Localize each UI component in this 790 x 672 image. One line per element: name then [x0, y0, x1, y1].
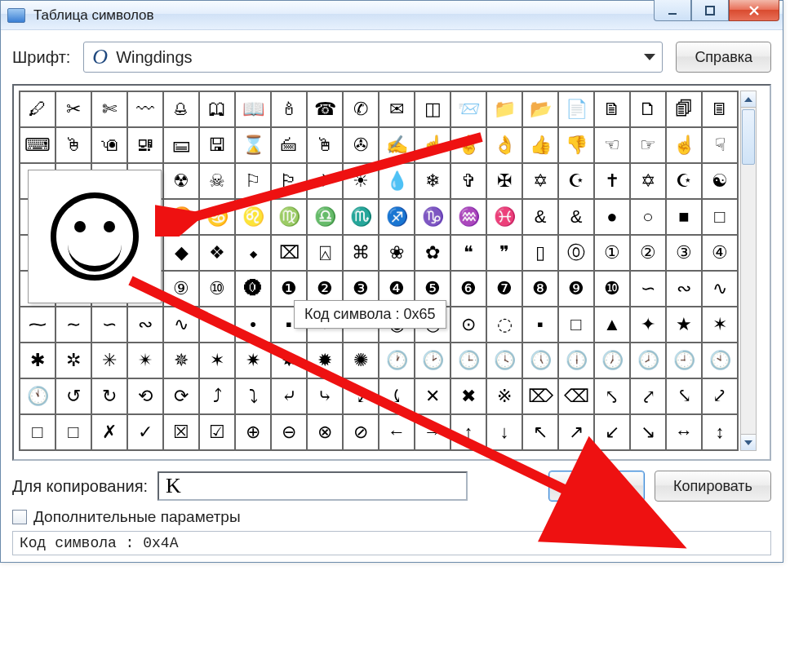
char-cell[interactable]: ✗: [91, 414, 127, 450]
char-cell[interactable]: ⤸: [343, 378, 379, 414]
char-cell[interactable]: ❻: [450, 271, 486, 307]
char-cell[interactable]: ⑨: [163, 271, 199, 307]
char-cell[interactable]: ✷: [235, 343, 271, 378]
char-cell[interactable]: 🖊: [20, 91, 55, 127]
char-cell[interactable]: 🕖: [594, 343, 630, 378]
char-cell[interactable]: ☎: [307, 91, 343, 127]
char-cell[interactable]: ⤵: [235, 378, 271, 414]
char-cell[interactable]: ✍: [379, 127, 415, 163]
char-cell[interactable]: ⤴: [199, 378, 235, 414]
help-button[interactable]: Справка: [676, 42, 771, 73]
select-button[interactable]: Выбрать: [548, 471, 646, 502]
char-cell[interactable]: ↻: [91, 378, 127, 414]
char-cell[interactable]: ♋: [199, 199, 235, 235]
char-cell[interactable]: ✂: [55, 91, 91, 127]
char-cell[interactable]: ⌦: [522, 378, 558, 414]
char-cell[interactable]: ◆: [163, 235, 199, 271]
char-cell[interactable]: ✸: [271, 343, 307, 378]
char-cell[interactable]: ❾: [558, 271, 594, 307]
char-cell[interactable]: 🕮: [199, 91, 235, 127]
char-cell[interactable]: 🕒: [450, 343, 486, 378]
char-cell[interactable]: ⤹: [379, 378, 415, 414]
char-cell[interactable]: □: [55, 414, 91, 450]
scroll-up-button[interactable]: [741, 91, 756, 108]
char-cell[interactable]: 🖲: [91, 127, 127, 163]
close-button[interactable]: [729, 0, 779, 21]
font-dropdown[interactable]: O Wingdings: [83, 42, 663, 73]
char-cell[interactable]: &: [558, 199, 594, 235]
char-cell[interactable]: ✿: [415, 235, 450, 271]
char-cell[interactable]: 🗋: [630, 91, 666, 127]
char-cell[interactable]: ⚐: [235, 163, 271, 199]
char-cell[interactable]: ②: [630, 235, 666, 271]
char-cell[interactable]: 🕚: [20, 378, 55, 414]
char-cell[interactable]: ❄: [415, 163, 450, 199]
char-cell[interactable]: ⌧: [271, 235, 307, 271]
char-cell[interactable]: ⤶: [271, 378, 307, 414]
char-cell[interactable]: ☪: [666, 163, 702, 199]
char-cell[interactable]: ▯: [522, 235, 558, 271]
char-cell[interactable]: ☟: [702, 127, 738, 163]
char-cell[interactable]: ⌫: [558, 378, 594, 414]
char-cell[interactable]: ↘: [630, 414, 666, 450]
char-cell[interactable]: ♑: [415, 199, 450, 235]
char-cell[interactable]: 👍: [522, 127, 558, 163]
copy-input[interactable]: K: [158, 471, 468, 501]
char-cell[interactable]: ∾: [666, 271, 702, 307]
char-cell[interactable]: ●: [594, 199, 630, 235]
char-cell[interactable]: →: [415, 414, 450, 450]
advanced-checkbox[interactable]: [12, 510, 27, 524]
char-cell[interactable]: ☯: [702, 163, 738, 199]
char-cell[interactable]: ✉: [379, 91, 415, 127]
char-cell[interactable]: 🕭: [163, 91, 199, 127]
char-cell[interactable]: ⤦: [702, 378, 738, 414]
char-cell[interactable]: ✹: [307, 343, 343, 378]
char-cell[interactable]: ←: [379, 414, 415, 450]
char-cell[interactable]: ✡: [522, 163, 558, 199]
char-cell[interactable]: ↕: [702, 414, 738, 450]
char-cell[interactable]: ✇: [343, 127, 379, 163]
char-cell[interactable]: ↑: [450, 414, 486, 450]
char-cell[interactable]: ✖: [450, 378, 486, 414]
char-cell[interactable]: ☒: [163, 414, 199, 450]
char-cell[interactable]: ♌: [235, 199, 271, 235]
char-cell[interactable]: 📂: [522, 91, 558, 127]
char-cell[interactable]: 🕙: [702, 343, 738, 378]
char-cell[interactable]: •: [235, 307, 271, 343]
char-cell[interactable]: 🕐: [379, 343, 415, 378]
char-cell[interactable]: 🕔: [522, 343, 558, 378]
char-cell[interactable]: ⊖: [271, 414, 307, 450]
char-cell[interactable]: 🕓: [486, 343, 522, 378]
char-cell[interactable]: ③: [666, 235, 702, 271]
char-cell[interactable]: ⤣: [594, 378, 630, 414]
grid-scrollbar[interactable]: [740, 91, 757, 451]
char-cell[interactable]: 🖮: [271, 127, 307, 163]
char-cell[interactable]: ▲: [594, 307, 630, 343]
char-cell[interactable]: ⟲: [127, 378, 163, 414]
char-cell[interactable]: 👌: [486, 127, 522, 163]
char-cell[interactable]: ◫: [415, 91, 450, 127]
char-cell[interactable]: ❿: [594, 271, 630, 307]
char-cell[interactable]: ↗: [558, 414, 594, 450]
char-cell[interactable]: ❀: [379, 235, 415, 271]
char-cell[interactable]: □: [702, 199, 738, 235]
char-cell[interactable]: ⓿: [235, 271, 271, 307]
scroll-down-button[interactable]: [741, 434, 756, 450]
char-cell[interactable]: 🕑: [415, 343, 450, 378]
char-cell[interactable]: ☪: [558, 163, 594, 199]
char-cell[interactable]: ✆: [343, 91, 379, 127]
char-cell[interactable]: 📁: [486, 91, 522, 127]
char-cell[interactable]: ✵: [163, 343, 199, 378]
char-cell[interactable]: &: [522, 199, 558, 235]
char-cell[interactable]: ⊘: [343, 414, 379, 450]
char-cell[interactable]: ☝: [666, 127, 702, 163]
char-cell[interactable]: ✡: [630, 163, 666, 199]
char-cell[interactable]: ○: [630, 199, 666, 235]
minimize-button[interactable]: [654, 0, 691, 21]
char-cell[interactable]: ☑: [199, 414, 235, 450]
char-cell[interactable]: 🏳: [271, 163, 307, 199]
char-cell[interactable]: ⁓: [20, 307, 55, 343]
char-cell[interactable]: 🖱: [307, 127, 343, 163]
char-cell[interactable]: 🕯: [271, 91, 307, 127]
char-cell[interactable]: ↖: [522, 414, 558, 450]
